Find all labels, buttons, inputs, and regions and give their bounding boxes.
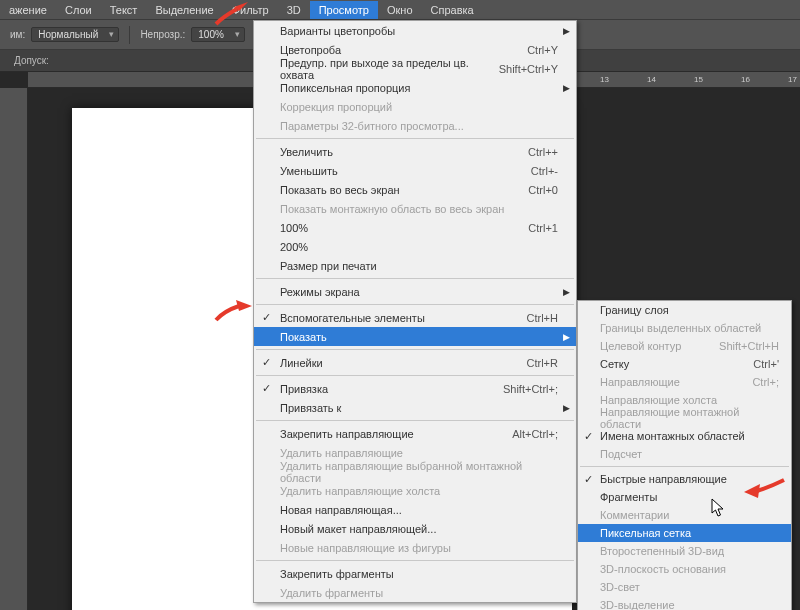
menu-item-label: Коррекция пропорций	[280, 101, 392, 113]
menu-image[interactable]: ажение	[0, 1, 56, 19]
menu-item-label: 200%	[280, 241, 308, 253]
menu-item-label: Второстепенный 3D-вид	[600, 545, 724, 557]
menu-shortcut: Ctrl+;	[752, 376, 779, 388]
menu-separator	[256, 349, 574, 350]
menu-item[interactable]: Границу слоя	[578, 301, 791, 319]
menu-select[interactable]: Выделение	[146, 1, 222, 19]
menu-item[interactable]: Показать во весь экранCtrl+0	[254, 180, 576, 199]
menu-item: Новые направляющие из фигуры	[254, 538, 576, 557]
menu-item-label: Подсчет	[600, 448, 642, 460]
menu-shortcut: Alt+Ctrl+;	[512, 428, 558, 440]
menu-window[interactable]: Окно	[378, 1, 422, 19]
menu-view[interactable]: Просмотр	[310, 1, 378, 19]
menu-item[interactable]: Новый макет направляющей...	[254, 519, 576, 538]
checkmark-icon: ✓	[262, 382, 271, 395]
menu-item-label: Параметры 32-битного просмотра...	[280, 120, 464, 132]
menu-item[interactable]: 100%Ctrl+1	[254, 218, 576, 237]
ruler-tick: 13	[600, 75, 609, 84]
toolbar-separator	[129, 26, 130, 44]
menu-separator	[256, 375, 574, 376]
menu-item-label: Комментарии	[600, 509, 669, 521]
menu-separator	[256, 560, 574, 561]
menu-item-label: Границы выделенных областей	[600, 322, 761, 334]
ruler-tick: 17	[788, 75, 797, 84]
menu-3d[interactable]: 3D	[278, 1, 310, 19]
opacity-label: Непрозр.:	[140, 29, 185, 40]
menu-item-label: Цветопроба	[280, 44, 341, 56]
menu-help[interactable]: Справка	[422, 1, 483, 19]
menu-item[interactable]: Закрепить направляющиеAlt+Ctrl+;	[254, 424, 576, 443]
submenu-arrow-icon: ▶	[563, 332, 570, 342]
menu-item: Второстепенный 3D-вид	[578, 542, 791, 560]
menu-filter[interactable]: Фильтр	[223, 1, 278, 19]
menu-item[interactable]: ✓ПривязкаShift+Ctrl+;	[254, 379, 576, 398]
menu-item[interactable]: Режимы экрана▶	[254, 282, 576, 301]
submenu-arrow-icon: ▶	[563, 287, 570, 297]
menu-item[interactable]: Привязать к▶	[254, 398, 576, 417]
menu-item-label: Удалить фрагменты	[280, 587, 383, 599]
menu-item: Удалить направляющие холста	[254, 481, 576, 500]
menu-separator	[256, 304, 574, 305]
menu-separator	[256, 138, 574, 139]
menu-item-label: 3D-плоскость основания	[600, 563, 726, 575]
menu-item[interactable]: Фрагменты	[578, 488, 791, 506]
menu-item: НаправляющиеCtrl+;	[578, 373, 791, 391]
menu-item-label: Имена монтажных областей	[600, 430, 745, 442]
menu-item-label: Режимы экрана	[280, 286, 360, 298]
menu-item[interactable]: Пиксельная сетка	[578, 524, 791, 542]
menu-item-label: Предупр. при выходе за пределы цв. охват…	[280, 57, 499, 81]
menu-item-label: Фрагменты	[600, 491, 657, 503]
menu-item: Целевой контурShift+Ctrl+H	[578, 337, 791, 355]
menu-shortcut: Ctrl+R	[527, 357, 558, 369]
menu-item[interactable]: Предупр. при выходе за пределы цв. охват…	[254, 59, 576, 78]
menu-layers[interactable]: Слои	[56, 1, 101, 19]
menu-separator	[256, 420, 574, 421]
menu-item-label: Новая направляющая...	[280, 504, 402, 516]
menu-item[interactable]: Закрепить фрагменты	[254, 564, 576, 583]
submenu-arrow-icon: ▶	[563, 26, 570, 36]
menu-item-label: Привязка	[280, 383, 328, 395]
menu-shortcut: Ctrl+'	[753, 358, 779, 370]
menu-item-label: 3D-выделение	[600, 599, 675, 610]
menu-text[interactable]: Текст	[101, 1, 147, 19]
menu-item[interactable]: ✓Вспомогательные элементыCtrl+H	[254, 308, 576, 327]
menu-item[interactable]: СеткуCtrl+'	[578, 355, 791, 373]
menu-item[interactable]: УвеличитьCtrl++	[254, 142, 576, 161]
menu-item-label: Быстрые направляющие	[600, 473, 727, 485]
menu-item[interactable]: ✓Быстрые направляющие	[578, 470, 791, 488]
menu-item[interactable]: ✓ЛинейкиCtrl+R	[254, 353, 576, 372]
menu-item-label: Закрепить направляющие	[280, 428, 414, 440]
submenu-arrow-icon: ▶	[563, 83, 570, 93]
menu-shortcut: Ctrl++	[528, 146, 558, 158]
menu-item: Направляющие монтажной области	[578, 409, 791, 427]
menu-item-label: Направляющие	[600, 376, 680, 388]
menu-item-label: Уменьшить	[280, 165, 338, 177]
view-menu-dropdown: Варианты цветопробы▶ЦветопробаCtrl+YПред…	[253, 20, 577, 603]
menu-separator	[580, 466, 789, 467]
menu-item[interactable]: 200%	[254, 237, 576, 256]
menu-item-label: Вспомогательные элементы	[280, 312, 425, 324]
mode-label: им:	[10, 29, 25, 40]
menu-item: 3D-свет	[578, 578, 791, 596]
menu-item[interactable]: Новая направляющая...	[254, 500, 576, 519]
menu-shortcut: Shift+Ctrl+;	[503, 383, 558, 395]
checkmark-icon: ✓	[262, 356, 271, 369]
opacity-combo[interactable]: 100%	[191, 27, 245, 42]
menu-item-label: Увеличить	[280, 146, 333, 158]
menu-item: Границы выделенных областей	[578, 319, 791, 337]
menu-item: Комментарии	[578, 506, 791, 524]
menu-item[interactable]: Размер при печати	[254, 256, 576, 275]
menu-item: Параметры 32-битного просмотра...	[254, 116, 576, 135]
menu-item-label: Направляющие холста	[600, 394, 717, 406]
menu-shortcut: Shift+Ctrl+H	[719, 340, 779, 352]
checkmark-icon: ✓	[584, 430, 593, 443]
menu-item[interactable]: Варианты цветопробы▶	[254, 21, 576, 40]
menu-item-label: Пиксельная сетка	[600, 527, 691, 539]
menu-item[interactable]: ✓Имена монтажных областей	[578, 427, 791, 445]
menu-item[interactable]: Попиксельная пропорция▶	[254, 78, 576, 97]
ruler-vertical[interactable]	[0, 88, 28, 610]
menu-item[interactable]: УменьшитьCtrl+-	[254, 161, 576, 180]
menu-item[interactable]: Показать▶	[254, 327, 576, 346]
ruler-tick: 14	[647, 75, 656, 84]
mode-combo[interactable]: Нормальный	[31, 27, 119, 42]
